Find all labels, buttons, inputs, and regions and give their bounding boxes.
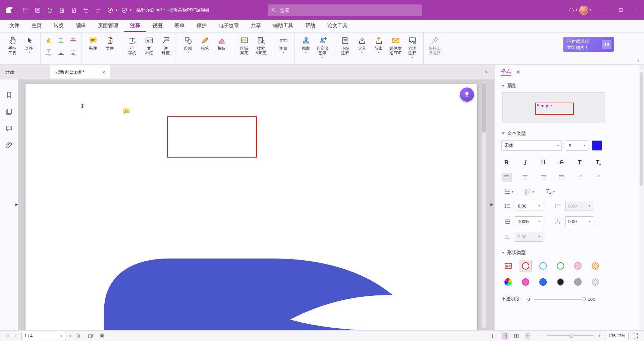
number-list-button[interactable]: 123▾ <box>524 188 534 195</box>
rail-comments-icon[interactable] <box>5 124 13 132</box>
ribbon-tool-cursor[interactable]: 选择▾ <box>21 35 37 55</box>
account-caret-icon[interactable]: ▾ <box>589 8 591 12</box>
dropdown-caret-icon[interactable]: ▾ <box>361 51 363 54</box>
text-style-button-2[interactable]: U <box>539 159 548 166</box>
menu-tab-3[interactable]: 编辑 <box>70 20 92 32</box>
document-tab-active[interactable]: 福昕办公.pdf * ✕ <box>50 65 110 79</box>
window-scrollbar[interactable] <box>639 65 644 330</box>
qa-export-doc-button[interactable] <box>57 5 67 15</box>
ribbon-tool-import[interactable]: 导入▾ <box>354 35 370 55</box>
preview-section-header[interactable]: 预览 <box>501 83 631 89</box>
dropdown-caret-icon[interactable]: ▾ <box>305 51 307 54</box>
qa-import-doc-button[interactable] <box>69 5 79 15</box>
ribbon-tool-area-highlight[interactable]: 区域高亮 <box>236 35 252 56</box>
indent-increase-button[interactable] <box>593 173 603 182</box>
rect-annotation[interactable] <box>167 116 257 158</box>
rail-bookmarks-icon[interactable] <box>5 91 13 99</box>
shape-style-circle-blue-fill[interactable] <box>537 276 549 288</box>
shape-style-color-wheel[interactable] <box>502 276 514 288</box>
ribbon-tool-squiggly-text[interactable] <box>45 49 53 56</box>
dropdown-caret-icon[interactable]: ▾ <box>29 51 30 54</box>
ribbon-tool-pencil[interactable]: 铅笔 <box>197 35 213 51</box>
shape-style-circle-blue-outline[interactable] <box>537 260 549 272</box>
document-scrollbar[interactable] <box>482 81 486 328</box>
ribbon-tool-stamp[interactable]: 图章▾ <box>298 35 314 55</box>
ribbon-tool-export[interactable]: 导出▾ <box>371 35 386 55</box>
ribbon-tool-custom-stamp[interactable]: 自定义图章▾ <box>315 35 330 60</box>
text-style-button-5[interactable]: T₁ <box>594 159 603 166</box>
ribbon-tool-callout[interactable]: 注释框 <box>158 35 173 56</box>
font-size-select[interactable]: 9 ▾ <box>566 140 588 151</box>
font-family-select[interactable]: 宋体 ▾ <box>501 140 562 151</box>
menu-tab-12[interactable]: 帮助 <box>299 20 321 32</box>
ribbon-tool-underline-text[interactable] <box>57 37 65 44</box>
ribbon-tool-textbox[interactable]: 文本框 <box>141 35 157 56</box>
pdf-page[interactable] <box>25 84 477 330</box>
ribbon-tool-note[interactable]: 备注 <box>85 35 101 51</box>
assistant-lightbulb-button[interactable] <box>460 88 474 102</box>
zoom-in-button[interactable]: + <box>596 333 603 339</box>
text-style-button-3[interactable]: S <box>557 159 566 166</box>
zoom-level-box[interactable]: 136.13% <box>605 332 629 340</box>
menu-tab-5[interactable]: 注释 <box>124 20 146 32</box>
window-scrollbar-thumb[interactable] <box>640 72 643 186</box>
trial-purchase-banner[interactable]: 正在试用期 立即购买！ 14 <box>563 37 614 52</box>
tab-list-caret-icon[interactable]: ▾ <box>485 70 487 74</box>
dropdown-caret-icon[interactable]: ▾ <box>378 51 380 54</box>
dropdown-caret-icon[interactable]: ▾ <box>322 56 324 59</box>
menu-tab-10[interactable]: 共享 <box>245 20 267 32</box>
menu-tab-13[interactable]: 论文工具 <box>321 20 354 32</box>
ribbon-tool-mail-fdf[interactable]: 邮件发送FDF <box>388 35 403 56</box>
search-input[interactable] <box>279 7 419 13</box>
menu-tab-1[interactable]: 主页 <box>25 20 48 32</box>
qa-caret-icon[interactable]: ▾ <box>130 8 132 12</box>
page-number-box[interactable]: 1 / 4 ▾ <box>21 332 65 340</box>
chevron-right-button[interactable] <box>66 332 74 340</box>
chevrons-left-button[interactable] <box>4 332 12 340</box>
shape-style-circle-gray-fill[interactable] <box>572 276 584 288</box>
document-scrollbar-thumb[interactable] <box>482 82 486 133</box>
menu-tab-6[interactable]: 视图 <box>146 20 168 32</box>
shape-style-circle-pink-hatch[interactable] <box>572 260 584 272</box>
notifications-bell-icon[interactable] <box>568 7 575 13</box>
indent-decrease-button[interactable] <box>575 173 585 182</box>
menu-tab-9[interactable]: 电子签章 <box>213 20 245 32</box>
shape-style-textbox-shape[interactable] <box>502 260 514 272</box>
left-panel-expand-arrow[interactable]: ▶ <box>15 203 18 206</box>
qa-shield-check-button[interactable] <box>119 5 129 15</box>
rail-attachments-icon[interactable] <box>5 141 13 149</box>
start-page-tab[interactable]: 开始 <box>0 65 50 79</box>
maximize-button[interactable] <box>613 0 629 20</box>
ribbon-tool-highlight-pen[interactable] <box>45 37 53 44</box>
layout-facing-cont-button[interactable] <box>524 332 532 340</box>
menu-tab-8[interactable]: 保护 <box>191 20 213 32</box>
ribbon-tool-draw[interactable]: 绘图▾ <box>180 35 196 55</box>
text-style-button-0[interactable]: B <box>502 159 511 166</box>
close-button[interactable] <box>629 0 644 20</box>
zoom-out-button[interactable]: − <box>537 333 544 339</box>
align-center-button[interactable] <box>520 173 530 182</box>
ribbon-tool-typewriter[interactable]: 打字机 <box>124 35 140 56</box>
collapse-ribbon-icon[interactable] <box>636 58 641 64</box>
shape-style-circle-magenta-fill[interactable] <box>520 276 532 288</box>
ribbon-tool-manage[interactable]: 管理注释▾ <box>405 35 420 60</box>
shape-style-circle-black-fill[interactable] <box>554 276 567 288</box>
ribbon-tool-hand[interactable]: 手型工具 <box>5 35 20 56</box>
ribbon-tool-strikeout-text[interactable] <box>69 37 77 44</box>
minimize-button[interactable] <box>598 0 613 20</box>
text-type-section-header[interactable]: 文本类型 <box>501 130 631 136</box>
menu-tab-0[interactable]: 文件 <box>3 20 25 32</box>
notifications-caret-icon[interactable]: ▾ <box>576 8 578 12</box>
tab-close-icon[interactable]: ✕ <box>101 69 107 75</box>
ribbon-tool-measure[interactable]: 测量▾ <box>276 35 291 55</box>
menu-tab-4[interactable]: 页面管理 <box>92 20 124 32</box>
layout-single-button[interactable] <box>490 332 498 340</box>
rail-pages-icon[interactable] <box>5 108 13 116</box>
text-style-button-4[interactable]: T′ <box>576 159 584 166</box>
align-left-button[interactable] <box>502 173 512 182</box>
align-justify-button[interactable] <box>557 173 566 182</box>
search-box[interactable] <box>268 4 422 16</box>
zoom-slider[interactable] <box>547 335 594 336</box>
align-right-button[interactable] <box>539 173 548 182</box>
char-spacing-select[interactable]: 0.00▾ <box>565 216 593 226</box>
